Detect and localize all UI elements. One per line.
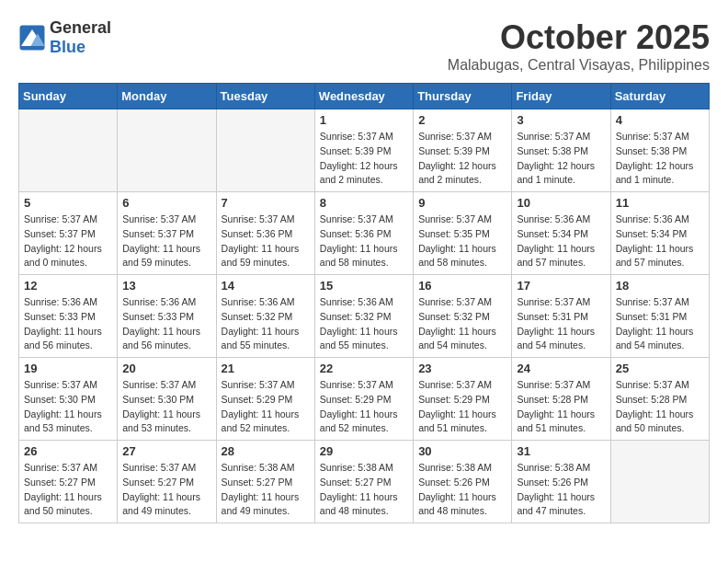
- day-info: Sunrise: 5:37 AMSunset: 5:28 PMDaylight:…: [517, 378, 605, 436]
- day-number: 9: [418, 196, 506, 210]
- calendar-header-row: SundayMondayTuesdayWednesdayThursdayFrid…: [19, 84, 710, 109]
- day-number: 23: [418, 362, 506, 375]
- day-number: 15: [320, 279, 408, 293]
- calendar-day-cell: 19Sunrise: 5:37 AMSunset: 5:30 PMDayligh…: [19, 358, 118, 441]
- logo-icon: [18, 24, 46, 52]
- day-info: Sunrise: 5:37 AMSunset: 5:31 PMDaylight:…: [616, 295, 704, 353]
- calendar-day-cell: 12Sunrise: 5:36 AMSunset: 5:33 PMDayligh…: [19, 275, 118, 358]
- day-number: 27: [122, 444, 210, 458]
- calendar-day-cell: 14Sunrise: 5:36 AMSunset: 5:32 PMDayligh…: [216, 275, 314, 358]
- calendar-day-cell: 16Sunrise: 5:37 AMSunset: 5:32 PMDayligh…: [414, 275, 512, 358]
- day-info: Sunrise: 5:37 AMSunset: 5:37 PMDaylight:…: [24, 213, 112, 270]
- weekday-header: Tuesday: [216, 84, 314, 109]
- weekday-header: Friday: [512, 84, 610, 109]
- calendar-day-cell: 6Sunrise: 5:37 AMSunset: 5:37 PMDaylight…: [118, 192, 216, 275]
- calendar-day-cell: 3Sunrise: 5:37 AMSunset: 5:38 PMDaylight…: [512, 109, 610, 192]
- day-number: 7: [222, 196, 310, 210]
- day-number: 20: [122, 362, 210, 375]
- day-info: Sunrise: 5:37 AMSunset: 5:35 PMDaylight:…: [418, 213, 506, 270]
- header: General Blue October 2025 Malabugas, Cen…: [18, 18, 710, 74]
- logo-blue: Blue: [50, 38, 85, 56]
- day-number: 31: [517, 444, 605, 458]
- day-number: 2: [418, 113, 506, 127]
- day-number: 18: [616, 279, 704, 293]
- day-number: 22: [320, 362, 408, 375]
- day-number: 25: [616, 362, 704, 375]
- day-number: 12: [24, 279, 112, 293]
- day-info: Sunrise: 5:37 AMSunset: 5:27 PMDaylight:…: [24, 461, 112, 519]
- day-number: 11: [616, 196, 704, 210]
- calendar-day-cell: 9Sunrise: 5:37 AMSunset: 5:35 PMDaylight…: [414, 192, 512, 275]
- calendar-day-cell: [118, 109, 216, 192]
- day-number: 29: [320, 444, 408, 458]
- day-number: 13: [122, 279, 210, 293]
- day-number: 26: [24, 444, 112, 458]
- day-info: Sunrise: 5:37 AMSunset: 5:36 PMDaylight:…: [320, 213, 408, 270]
- day-number: 6: [122, 196, 210, 210]
- day-info: Sunrise: 5:37 AMSunset: 5:28 PMDaylight:…: [616, 378, 704, 436]
- calendar-day-cell: 18Sunrise: 5:37 AMSunset: 5:31 PMDayligh…: [610, 275, 709, 358]
- calendar-day-cell: 28Sunrise: 5:38 AMSunset: 5:27 PMDayligh…: [216, 441, 314, 523]
- logo-text: General Blue: [50, 18, 111, 57]
- day-info: Sunrise: 5:36 AMSunset: 5:33 PMDaylight:…: [24, 295, 112, 353]
- day-number: 16: [418, 279, 506, 293]
- calendar-day-cell: 10Sunrise: 5:36 AMSunset: 5:34 PMDayligh…: [512, 192, 610, 275]
- logo-general: General: [50, 18, 111, 37]
- day-info: Sunrise: 5:37 AMSunset: 5:29 PMDaylight:…: [320, 378, 408, 436]
- calendar-week-row: 19Sunrise: 5:37 AMSunset: 5:30 PMDayligh…: [19, 358, 710, 441]
- calendar-day-cell: 26Sunrise: 5:37 AMSunset: 5:27 PMDayligh…: [19, 441, 118, 523]
- day-info: Sunrise: 5:38 AMSunset: 5:26 PMDaylight:…: [418, 461, 506, 519]
- day-info: Sunrise: 5:36 AMSunset: 5:32 PMDaylight:…: [222, 295, 310, 353]
- day-number: 30: [418, 444, 506, 458]
- calendar-day-cell: 1Sunrise: 5:37 AMSunset: 5:39 PMDaylight…: [314, 109, 413, 192]
- day-number: 10: [517, 196, 605, 210]
- calendar-day-cell: 7Sunrise: 5:37 AMSunset: 5:36 PMDaylight…: [216, 192, 314, 275]
- weekday-header: Thursday: [414, 84, 512, 109]
- calendar-day-cell: [216, 109, 314, 192]
- day-number: 17: [517, 279, 605, 293]
- day-info: Sunrise: 5:38 AMSunset: 5:27 PMDaylight:…: [320, 461, 408, 519]
- day-number: 3: [517, 113, 605, 127]
- day-info: Sunrise: 5:37 AMSunset: 5:29 PMDaylight:…: [222, 378, 310, 436]
- day-info: Sunrise: 5:37 AMSunset: 5:39 PMDaylight:…: [320, 130, 408, 188]
- calendar-day-cell: 8Sunrise: 5:37 AMSunset: 5:36 PMDaylight…: [314, 192, 413, 275]
- day-info: Sunrise: 5:38 AMSunset: 5:27 PMDaylight:…: [222, 461, 310, 519]
- day-info: Sunrise: 5:37 AMSunset: 5:29 PMDaylight:…: [418, 378, 506, 436]
- calendar-day-cell: [19, 109, 118, 192]
- calendar-day-cell: 30Sunrise: 5:38 AMSunset: 5:26 PMDayligh…: [414, 441, 512, 523]
- calendar-day-cell: 27Sunrise: 5:37 AMSunset: 5:27 PMDayligh…: [118, 441, 216, 523]
- calendar-week-row: 12Sunrise: 5:36 AMSunset: 5:33 PMDayligh…: [19, 275, 710, 358]
- day-number: 8: [320, 196, 408, 210]
- calendar-day-cell: 11Sunrise: 5:36 AMSunset: 5:34 PMDayligh…: [610, 192, 709, 275]
- day-info: Sunrise: 5:37 AMSunset: 5:38 PMDaylight:…: [517, 130, 605, 188]
- day-number: 28: [222, 444, 310, 458]
- day-info: Sunrise: 5:37 AMSunset: 5:27 PMDaylight:…: [122, 461, 210, 519]
- calendar-day-cell: 29Sunrise: 5:38 AMSunset: 5:27 PMDayligh…: [314, 441, 413, 523]
- calendar-week-row: 5Sunrise: 5:37 AMSunset: 5:37 PMDaylight…: [19, 192, 710, 275]
- day-info: Sunrise: 5:36 AMSunset: 5:33 PMDaylight:…: [122, 295, 210, 353]
- calendar-day-cell: 17Sunrise: 5:37 AMSunset: 5:31 PMDayligh…: [512, 275, 610, 358]
- day-info: Sunrise: 5:37 AMSunset: 5:32 PMDaylight:…: [418, 295, 506, 353]
- day-info: Sunrise: 5:36 AMSunset: 5:32 PMDaylight:…: [320, 295, 408, 353]
- calendar-day-cell: 25Sunrise: 5:37 AMSunset: 5:28 PMDayligh…: [610, 358, 709, 441]
- day-number: 14: [222, 279, 310, 293]
- day-info: Sunrise: 5:37 AMSunset: 5:39 PMDaylight:…: [418, 130, 506, 188]
- calendar-day-cell: 5Sunrise: 5:37 AMSunset: 5:37 PMDaylight…: [19, 192, 118, 275]
- day-info: Sunrise: 5:36 AMSunset: 5:34 PMDaylight:…: [616, 213, 704, 270]
- day-info: Sunrise: 5:36 AMSunset: 5:34 PMDaylight:…: [517, 213, 605, 270]
- location-title: Malabugas, Central Visayas, Philippines: [448, 57, 710, 74]
- day-info: Sunrise: 5:38 AMSunset: 5:26 PMDaylight:…: [517, 461, 605, 519]
- weekday-header: Sunday: [19, 84, 118, 109]
- calendar-week-row: 1Sunrise: 5:37 AMSunset: 5:39 PMDaylight…: [19, 109, 710, 192]
- calendar-day-cell: 24Sunrise: 5:37 AMSunset: 5:28 PMDayligh…: [512, 358, 610, 441]
- day-info: Sunrise: 5:37 AMSunset: 5:37 PMDaylight:…: [122, 213, 210, 270]
- day-number: 21: [222, 362, 310, 375]
- day-info: Sunrise: 5:37 AMSunset: 5:38 PMDaylight:…: [616, 130, 704, 188]
- day-info: Sunrise: 5:37 AMSunset: 5:36 PMDaylight:…: [222, 213, 310, 270]
- month-title: October 2025: [448, 18, 710, 57]
- day-number: 4: [616, 113, 704, 127]
- calendar-day-cell: 4Sunrise: 5:37 AMSunset: 5:38 PMDaylight…: [610, 109, 709, 192]
- calendar-day-cell: 21Sunrise: 5:37 AMSunset: 5:29 PMDayligh…: [216, 358, 314, 441]
- day-info: Sunrise: 5:37 AMSunset: 5:30 PMDaylight:…: [122, 378, 210, 436]
- calendar-day-cell: 23Sunrise: 5:37 AMSunset: 5:29 PMDayligh…: [414, 358, 512, 441]
